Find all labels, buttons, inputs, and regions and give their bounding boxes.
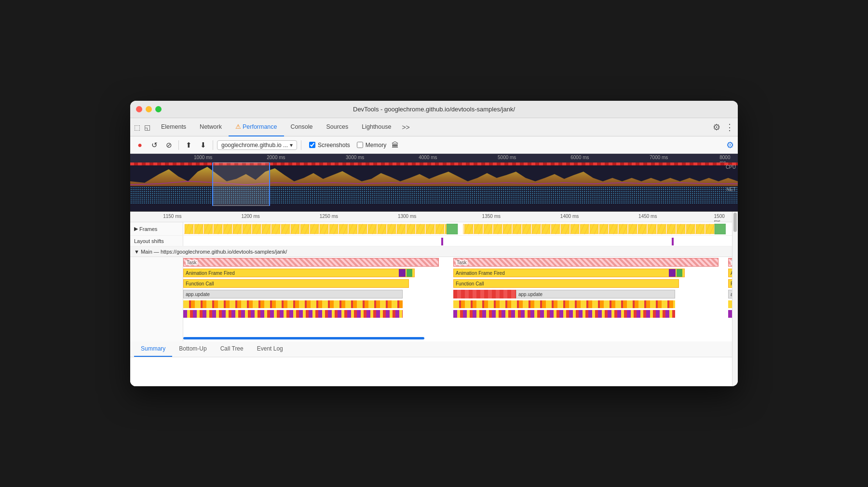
traffic-lights bbox=[136, 106, 162, 112]
task-bar-2[interactable]: Task bbox=[453, 258, 719, 267]
main-thread-header: ▼ Main — https://googlechrome.github.io/… bbox=[130, 246, 732, 257]
horizontal-scrollbar[interactable] bbox=[183, 337, 424, 339]
svg-rect-10 bbox=[183, 300, 403, 308]
tab-sources[interactable]: Sources bbox=[319, 118, 355, 136]
devtools-icons: ⬚ ◱ bbox=[134, 123, 150, 131]
tab-bottom-up[interactable]: Bottom-Up bbox=[172, 341, 213, 357]
upload-button[interactable]: ⬆ bbox=[183, 139, 194, 151]
app-update-3[interactable]: app...ate bbox=[728, 290, 732, 298]
settings-icon[interactable]: ⚙ bbox=[713, 122, 720, 133]
record-button[interactable]: ● bbox=[134, 139, 146, 151]
svg-rect-4 bbox=[447, 224, 458, 234]
bottom-panel-content bbox=[130, 357, 732, 386]
bottom-tabs-bar: Summary Bottom-Up Call Tree Event Log bbox=[130, 341, 732, 357]
task-bar-1[interactable]: Task bbox=[183, 258, 439, 267]
titlebar: DevTools - googlechrome.github.io/devtoo… bbox=[130, 101, 738, 118]
timeline-overview[interactable]: 1000 ms 2000 ms 3000 ms 4000 ms 5000 ms … bbox=[130, 154, 738, 212]
function-call-3[interactable]: Func...all bbox=[728, 279, 732, 288]
more-tabs-button[interactable]: >> bbox=[398, 123, 413, 131]
animation-frame-fired-2[interactable]: Animation Frame Fired bbox=[453, 269, 685, 277]
window-title: DevTools - googlechrome.github.io/devtoo… bbox=[353, 106, 515, 113]
url-text: googlechrome.github.io ... bbox=[221, 142, 288, 149]
selection-right-handle[interactable] bbox=[269, 162, 270, 206]
time-marker-5000: 5000 ms bbox=[498, 155, 516, 160]
more-menu-icon[interactable]: ⋮ bbox=[725, 122, 734, 133]
app-update-2[interactable]: app.update bbox=[516, 290, 675, 298]
time-marker-3000: 3000 ms bbox=[346, 155, 364, 160]
layout-shift-marker-1[interactable] bbox=[441, 238, 443, 245]
animation-frame-fired-1[interactable]: Animation Frame Fired bbox=[183, 269, 415, 277]
memory-checkbox[interactable] bbox=[357, 142, 363, 148]
screenshots-checkbox-label[interactable]: Screenshots bbox=[309, 142, 350, 149]
flame-labels bbox=[130, 257, 183, 341]
time-marker-4000: 4000 ms bbox=[419, 155, 437, 160]
layout-shifts-label: Layout shifts bbox=[130, 236, 183, 246]
animation-frame-fired-3[interactable]: Ani...red bbox=[728, 269, 732, 277]
main-content-row: 1150 ms 1200 ms 1250 ms 1300 ms 1350 ms … bbox=[130, 212, 738, 386]
svg-rect-11 bbox=[453, 300, 675, 308]
time-marker-2000: 2000 ms bbox=[267, 155, 285, 160]
frames-expand-arrow[interactable]: ▶ bbox=[134, 226, 138, 232]
function-call-1[interactable]: Function Call bbox=[183, 279, 409, 288]
performance-toolbar: ● ↺ ⊘ ⬆ ⬇ googlechrome.github.io ... ▾ bbox=[130, 136, 738, 154]
svg-rect-12 bbox=[728, 300, 732, 308]
svg-rect-6 bbox=[715, 224, 726, 234]
dense-bars-row2-right bbox=[453, 310, 675, 318]
task-bar-3[interactable]: Task bbox=[728, 258, 732, 267]
function-call-2[interactable]: Function Call bbox=[453, 279, 679, 288]
timeline-selection[interactable] bbox=[212, 162, 270, 206]
tab-network[interactable]: Network bbox=[193, 118, 229, 136]
close-button[interactable] bbox=[136, 106, 142, 112]
tab-lighthouse[interactable]: Lighthouse bbox=[355, 118, 398, 136]
scrollbar-thumb[interactable] bbox=[733, 213, 737, 232]
reload-button[interactable]: ↺ bbox=[149, 139, 160, 151]
performance-settings-gear[interactable]: ⚙ bbox=[726, 140, 734, 150]
clear-button[interactable]: ⊘ bbox=[163, 139, 175, 151]
app-update-1[interactable]: app.update bbox=[183, 290, 403, 298]
dense-bars-row2-far bbox=[728, 310, 732, 318]
tab-performance[interactable]: ⚠Performance bbox=[229, 118, 284, 136]
flame-chart[interactable]: Task Task Task Animation Frame Fired bbox=[130, 257, 732, 341]
layout-shifts-track-row: Layout shifts bbox=[130, 236, 732, 246]
detail-marker-1300: 1300 ms bbox=[398, 214, 416, 219]
svg-rect-3 bbox=[184, 224, 447, 234]
inspector-icon[interactable]: ◱ bbox=[144, 123, 150, 131]
detail-marker-1200: 1200 ms bbox=[241, 214, 259, 219]
tab-console[interactable]: Console bbox=[284, 118, 320, 136]
detail-marker-1450: 1450 ms bbox=[638, 214, 657, 219]
maximize-button[interactable] bbox=[155, 106, 162, 112]
detail-marker-1350: 1350 ms bbox=[482, 214, 501, 219]
tab-elements[interactable]: Elements bbox=[154, 118, 193, 136]
detail-marker-1400: 1400 ms bbox=[560, 214, 579, 219]
separator-3 bbox=[301, 140, 301, 150]
minimize-button[interactable] bbox=[146, 106, 152, 112]
memory-checkbox-label[interactable]: Memory bbox=[357, 142, 386, 149]
clean-button[interactable]: 🏛 bbox=[389, 139, 401, 151]
url-selector[interactable]: googlechrome.github.io ... ▾ bbox=[217, 140, 297, 150]
detail-ruler: 1150 ms 1200 ms 1250 ms 1300 ms 1350 ms … bbox=[130, 212, 732, 222]
cursor-icon[interactable]: ⬚ bbox=[134, 123, 140, 131]
selection-left-handle[interactable] bbox=[212, 162, 213, 206]
time-marker-1000: 1000 ms bbox=[194, 155, 212, 160]
dense-bars-row1-right bbox=[453, 300, 675, 308]
tab-call-tree[interactable]: Call Tree bbox=[214, 341, 250, 357]
screenshots-checkbox[interactable] bbox=[309, 142, 315, 148]
devtools-panel: ⬚ ◱ Elements Network ⚠Performance Consol… bbox=[130, 118, 738, 386]
tab-settings-area: ⚙ ⋮ bbox=[713, 122, 734, 133]
download-button[interactable]: ⬇ bbox=[197, 139, 209, 151]
warning-icon: ⚠ bbox=[235, 123, 241, 130]
vertical-scrollbar[interactable] bbox=[732, 212, 738, 386]
time-marker-7000: 7000 ms bbox=[650, 155, 668, 160]
tracks-panel: 1150 ms 1200 ms 1250 ms 1300 ms 1350 ms … bbox=[130, 212, 732, 386]
dropdown-arrow: ▾ bbox=[290, 142, 293, 149]
tabs-bar: ⬚ ◱ Elements Network ⚠Performance Consol… bbox=[130, 118, 738, 136]
svg-rect-18 bbox=[728, 310, 732, 318]
layout-shift-marker-2[interactable] bbox=[672, 238, 674, 245]
frames-label[interactable]: ▶ Frames bbox=[130, 222, 183, 235]
memory-label: Memory bbox=[366, 142, 386, 149]
tab-summary[interactable]: Summary bbox=[134, 341, 172, 357]
app-update-red-bar bbox=[453, 290, 516, 298]
tab-event-log[interactable]: Event Log bbox=[250, 341, 290, 357]
dense-bars-row1-far bbox=[728, 300, 732, 308]
dense-bars-row2-left bbox=[183, 310, 403, 318]
